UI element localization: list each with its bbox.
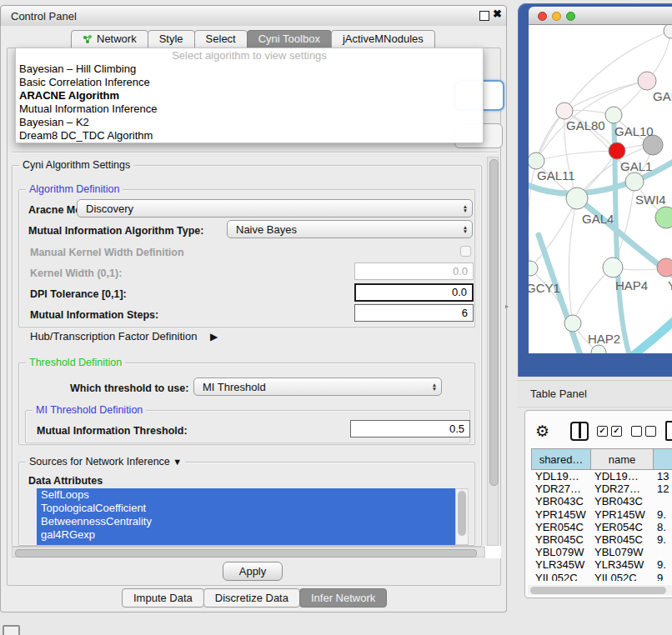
tab-label: jActiveMNodules [343,31,424,48]
unchecked-checkbox-icon[interactable] [645,426,656,437]
network-window-titlebar[interactable] [529,7,672,25]
network-node-gal4[interactable] [566,188,588,209]
split-handle-icon[interactable]: ▸ [505,302,509,310]
network-node-label: GAL11 [537,168,575,182]
settings-horizontal-scrollbar[interactable] [12,547,485,558]
network-node-gal[interactable] [638,72,656,90]
table-row[interactable]: YLR345WYLR345W9. [531,558,672,571]
covered-groupbox-edge [12,152,498,152]
tab-style[interactable]: Style [148,30,195,48]
collapse-down-icon[interactable]: ▼ [173,457,182,467]
mi-threshold-group-title: MI Threshold Definition [33,404,146,416]
manual-kernel-checkbox[interactable] [460,246,471,257]
table-cell [653,495,672,508]
close-traffic-light-icon[interactable] [538,12,547,21]
tab-infer-network[interactable]: Infer Network [299,588,387,608]
aracne-mode-combobox[interactable]: Discovery ▲▼ [77,199,473,218]
table-row[interactable]: YPR145WYPR145W9. [531,508,672,521]
scrollbar-thumb[interactable] [458,491,466,536]
dropdown-item[interactable]: Mutual Information Inference [16,102,483,116]
table-cell: YPR145W [590,508,653,521]
checked-checkbox-icon[interactable]: ✓ [597,426,608,437]
network-canvas[interactable]: GALGAL80GAL10GAL1GAL11SWI4GAL4GCY1HAP4YH… [529,25,672,353]
settings-vertical-scrollbar[interactable] [487,157,499,546]
network-node-gal80[interactable] [556,102,573,119]
table-column-header[interactable]: A [653,448,672,470]
dropdown-item[interactable]: Dream8 DC_TDC Algorithm [16,129,483,142]
gear-icon[interactable]: ⚙ [535,422,549,441]
tab-jactivemnodules[interactable]: jActiveMNodules [331,30,435,48]
hub-definition-section[interactable]: Hub/Transcription Factor Definition ▶ [30,330,218,342]
table-row[interactable]: YDR27…YDR27…12 [531,482,672,495]
attribute-list-item[interactable]: SelfLoops [37,488,455,502]
scrollbar-thumb[interactable] [15,549,477,558]
network-node-y[interactable] [657,258,672,277]
scrollbar-thumb[interactable] [530,587,666,594]
table-row[interactable]: YBR043CYBR043C [531,495,672,508]
new-table-icon[interactable] [665,421,672,441]
dropdown-item[interactable]: Bayesian – K2 [16,116,483,129]
network-node-label: GAL10 [614,124,654,138]
attributes-list-scrollbar[interactable] [455,488,469,545]
tab-label: Style [159,31,183,48]
kernel-width-field[interactable]: 0.0 [354,262,474,280]
network-graph[interactable]: GALGAL80GAL10GAL1GAL11SWI4GAL4GCY1HAP4YH… [529,25,672,353]
network-node-hap2[interactable] [564,315,581,332]
unchecked-checkbox-icon[interactable] [631,426,642,437]
dropdown-item[interactable]: ARACNE Algorithm [16,89,483,102]
mi-threshold-field[interactable]: 0.5 [350,420,470,438]
tab-network[interactable]: Network [71,30,148,48]
tab-label: Select [206,31,236,48]
table-column-header[interactable]: name [590,448,653,470]
table-row[interactable]: YIL052CYIL052C9 [531,572,672,582]
tab-cyni-toolbox[interactable]: Cyni Toolbox [247,30,332,48]
network-edge[interactable] [569,198,577,323]
mi-steps-field[interactable]: 6 [354,304,474,322]
minimize-traffic-light-icon[interactable] [552,12,561,21]
mi-type-value: Naive Bayes [228,223,459,236]
tab-impute-data[interactable]: Impute Data [122,588,204,608]
attribute-list-item[interactable]: BetweennessCentrality [37,515,455,528]
checked-checkbox-icon[interactable]: ✓ [611,426,622,437]
network-node-label: GAL4 [582,212,614,226]
zoom-traffic-light-icon[interactable] [566,12,575,21]
table-column-header[interactable]: shared… [531,448,590,470]
network-edge[interactable] [536,151,617,161]
tab-select[interactable]: Select [194,30,248,48]
apply-button[interactable]: Apply [223,562,283,581]
network-edge[interactable] [529,161,536,268]
table-cell: YPR145W [531,508,590,521]
split-columns-icon[interactable] [570,422,589,441]
network-node-gal1[interactable] [609,142,625,159]
network-node-hap4[interactable] [603,258,623,278]
mi-type-combobox[interactable]: Naive Bayes ▲▼ [227,220,473,238]
network-node-swi4[interactable] [625,172,644,191]
table-row[interactable]: YDL19…YDL19…13 [531,470,672,482]
which-threshold-combobox[interactable]: MI Threshold ▲▼ [193,378,442,396]
network-node-gcy1[interactable] [529,261,538,276]
close-icon[interactable]: ✖ [493,8,502,20]
aracne-mode-value: Discovery [78,202,459,215]
node-attribute-table: shared…nameA YDL19…YDL19…13YDR27…YDR27…1… [531,448,672,581]
float-window-icon[interactable] [479,11,489,21]
attribute-list-item[interactable]: TopologicalCoefficient [37,502,455,515]
collapsed-panel-icon[interactable] [3,625,20,635]
table-row[interactable]: YER054CYER054C8. [531,521,672,533]
network-node-gal10[interactable] [605,107,622,123]
tab-discretize-data[interactable]: Discretize Data [203,588,300,608]
network-node-label: GAL [653,89,672,103]
table-row[interactable]: YBR045CYBR045C9. [531,533,672,546]
expand-right-icon[interactable]: ▶ [210,331,218,342]
table-row[interactable]: YBL079WYBL079W [531,546,672,558]
dropdown-item[interactable]: Bayesian – Hill Climbing [16,62,483,76]
scrollbar-thumb[interactable] [489,159,499,486]
network-node[interactable] [591,345,606,353]
dropdown-item[interactable]: Basic Correlation Inference [16,76,483,89]
network-edge-weighted[interactable] [627,317,672,353]
table-horizontal-scrollbar[interactable] [528,585,672,595]
attribute-list-item[interactable]: gal4RGexp [37,528,455,542]
network-node[interactable] [664,25,672,38]
dpi-tolerance-field[interactable]: 0.0 [354,283,474,302]
network-node-gal11[interactable] [529,152,544,169]
data-attributes-list[interactable]: SelfLoopsTopologicalCoefficientBetweenne… [37,488,455,545]
